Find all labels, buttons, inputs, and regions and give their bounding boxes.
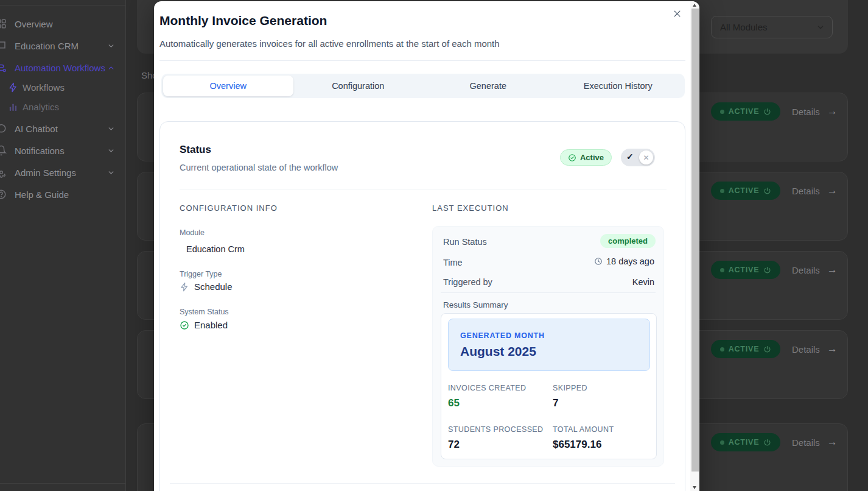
module-label: Module bbox=[180, 228, 205, 237]
scroll-down-arrow-icon[interactable] bbox=[693, 486, 696, 489]
sidebar-item-admin-settings[interactable]: Admin Settings bbox=[0, 163, 126, 182]
skipped-value: 7 bbox=[553, 397, 558, 409]
workflow-active-toggle-button[interactable]: ACTIVE bbox=[711, 102, 780, 121]
workflow-details-link[interactable]: Details → bbox=[792, 436, 838, 448]
section-divider bbox=[180, 189, 667, 189]
workflow-details-link[interactable]: Details → bbox=[792, 343, 838, 355]
invoices-created-value: 65 bbox=[448, 397, 460, 409]
trigger-type-value: Schedule bbox=[194, 281, 233, 292]
trigger-type-label: Trigger Type bbox=[180, 270, 222, 278]
modal-subtitle: Automatically generates invoices for all… bbox=[159, 38, 500, 49]
scroll-up-arrow-icon[interactable] bbox=[693, 4, 696, 7]
total-amount-label: TOTAL AMOUNT bbox=[553, 425, 614, 434]
status-section-title: Status bbox=[180, 144, 211, 156]
cross-icon: ✕ bbox=[643, 154, 649, 162]
power-icon bbox=[763, 439, 771, 447]
close-icon[interactable] bbox=[670, 6, 684, 21]
circle-check-icon bbox=[568, 154, 576, 162]
workflow-details-link[interactable]: Details → bbox=[792, 105, 838, 118]
tab-overview[interactable]: Overview bbox=[163, 76, 293, 96]
workflow-status-label: ACTIVE bbox=[729, 438, 760, 447]
lightning-icon bbox=[8, 82, 18, 93]
arrow-right-icon: → bbox=[827, 436, 838, 448]
header-divider bbox=[159, 60, 685, 61]
tab-execution-history[interactable]: Execution History bbox=[553, 76, 684, 96]
lightning-icon bbox=[180, 282, 189, 292]
modal-scrollbar[interactable] bbox=[690, 1, 699, 491]
chevron-down-icon bbox=[107, 147, 115, 155]
status-dot-icon bbox=[720, 268, 724, 272]
workflow-details-link[interactable]: Details → bbox=[792, 185, 838, 197]
workflow-details-link[interactable]: Details → bbox=[792, 264, 838, 276]
chevron-down-icon bbox=[107, 42, 115, 50]
tab-generate[interactable]: Generate bbox=[423, 76, 553, 96]
system-status-value: Enabled bbox=[194, 320, 228, 330]
triggered-by-label: Triggered by bbox=[443, 277, 492, 287]
module-filter-value: All Modules bbox=[720, 22, 768, 32]
gear-icon bbox=[0, 167, 7, 178]
skipped-label: SKIPPED bbox=[553, 384, 587, 392]
generated-month-box: GENERATED MONTH August 2025 bbox=[448, 319, 650, 371]
time-value-row: 18 days ago bbox=[594, 256, 654, 266]
invoices-created-label: INVOICES CREATED bbox=[448, 384, 526, 392]
workflow-active-toggle-button[interactable]: ACTIVE bbox=[711, 433, 780, 451]
sidebar-item-analytics[interactable]: Analytics bbox=[0, 97, 122, 116]
power-icon bbox=[763, 187, 771, 195]
system-status-value-row: Enabled bbox=[180, 320, 228, 330]
generated-month-value: August 2025 bbox=[460, 344, 536, 359]
workflow-status-label: ACTIVE bbox=[729, 107, 760, 116]
status-section-subtitle: Current operational state of the workflo… bbox=[180, 163, 338, 172]
sidebar-item-help-guide[interactable]: Help & Guide bbox=[0, 185, 126, 203]
scrollbar-thumb[interactable] bbox=[691, 9, 699, 472]
workflow-status-label: ACTIVE bbox=[729, 345, 760, 353]
module-filter-select[interactable]: All Modules bbox=[711, 16, 833, 38]
workflow-active-toggle-button[interactable]: ACTIVE bbox=[711, 182, 780, 200]
toggle-knob: ✕ bbox=[639, 150, 653, 164]
chevron-down-icon bbox=[107, 169, 115, 177]
system-status-label: System Status bbox=[180, 308, 229, 316]
total-amount-value: $65179.16 bbox=[553, 439, 601, 451]
sidebar-item-workflows[interactable]: Workflows bbox=[0, 78, 122, 96]
run-status-badge: completed bbox=[600, 234, 656, 248]
tab-configuration[interactable]: Configuration bbox=[293, 76, 424, 96]
execution-divider bbox=[441, 292, 656, 293]
arrow-right-icon: → bbox=[827, 264, 838, 276]
help-circle-icon bbox=[0, 189, 7, 200]
check-icon: ✓ bbox=[626, 152, 634, 161]
time-value: 18 days ago bbox=[606, 256, 654, 266]
circle-check-icon bbox=[180, 320, 189, 330]
sidebar-item-automation-workflows[interactable]: Automation Workflows bbox=[0, 58, 126, 77]
bell-icon bbox=[0, 145, 7, 156]
results-summary-label: Results Summary bbox=[443, 300, 508, 309]
students-processed-value: 72 bbox=[448, 439, 460, 451]
sidebar-item-notifications[interactable]: Notifications bbox=[0, 141, 126, 160]
results-summary-card: GENERATED MONTH August 2025 INVOICES CRE… bbox=[441, 313, 657, 459]
sidebar: Overview Education CRM Automation Workfl… bbox=[0, 0, 126, 491]
workflow-active-toggle-button[interactable]: ACTIVE bbox=[711, 261, 780, 279]
chat-bubble-icon bbox=[0, 123, 7, 134]
workflow-detail-modal: Monthly Invoice Generation Automatically… bbox=[154, 1, 699, 491]
module-value: Education Crm bbox=[186, 244, 245, 254]
status-card: Status Current operational state of the … bbox=[159, 121, 685, 491]
workflow-active-toggle-button[interactable]: ACTIVE bbox=[711, 340, 780, 358]
sidebar-item-ai-chatbot[interactable]: AI Chatbot bbox=[0, 119, 126, 138]
trigger-type-value-row: Schedule bbox=[180, 281, 233, 292]
chevron-down-icon bbox=[816, 23, 825, 32]
status-toggle-switch[interactable]: ✓ ✕ bbox=[621, 149, 655, 166]
modal-tabs: Overview Configuration Generate Executio… bbox=[161, 74, 685, 98]
sidebar-item-education-crm[interactable]: Education CRM bbox=[0, 37, 126, 55]
status-dot-icon bbox=[720, 440, 724, 445]
status-dot-icon bbox=[720, 347, 724, 351]
arrow-right-icon: → bbox=[827, 343, 838, 355]
triggered-by-value: Kevin bbox=[632, 277, 654, 287]
clock-icon bbox=[594, 257, 603, 266]
workflow-icon bbox=[0, 62, 7, 73]
chevron-down-icon bbox=[107, 125, 115, 133]
power-icon bbox=[763, 108, 771, 116]
arrow-right-icon: → bbox=[827, 105, 838, 118]
sidebar-divider bbox=[0, 5, 126, 5]
sidebar-item-overview[interactable]: Overview bbox=[0, 15, 126, 33]
generated-month-label: GENERATED MONTH bbox=[460, 331, 545, 340]
status-dot-icon bbox=[720, 110, 724, 114]
chevron-up-icon bbox=[107, 64, 115, 72]
